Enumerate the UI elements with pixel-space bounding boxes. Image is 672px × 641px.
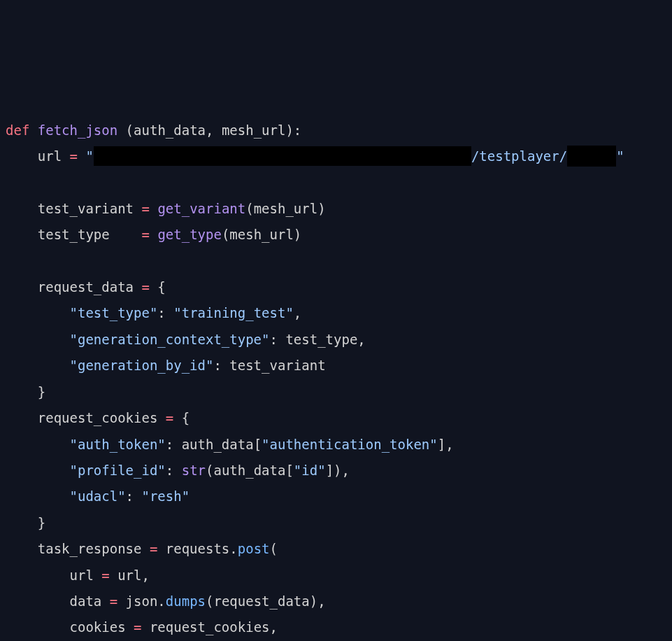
comma: , <box>206 122 222 138</box>
get-variant-call: get_variant <box>157 201 245 216</box>
test-variant-lhs: test_variant <box>6 201 141 216</box>
kwarg-cookies: cookies <box>6 619 134 635</box>
comma: , <box>294 305 301 320</box>
space <box>150 201 157 216</box>
requests: requests. <box>157 541 237 556</box>
val-test-type: : test_type, <box>270 332 366 347</box>
params-close: ): <box>285 122 301 138</box>
keyword-def: def <box>6 122 29 138</box>
val-test-variant: : test_variant <box>213 358 325 373</box>
val-training-test: "training_test" <box>173 305 294 320</box>
colon: : <box>166 463 182 478</box>
str-call: str <box>182 463 206 478</box>
val-resh: "resh" <box>141 488 190 504</box>
eq: = <box>134 619 141 635</box>
kwarg-url: url <box>6 568 101 583</box>
colon: : <box>157 305 173 320</box>
params-open: ( <box>117 122 134 138</box>
eq: = <box>110 593 117 609</box>
space <box>150 227 157 242</box>
close: ]), <box>326 463 350 478</box>
space <box>78 148 85 164</box>
post-method: post <box>238 541 270 556</box>
test-type-lhs: test_type <box>6 227 141 242</box>
key-profile-id: "profile_id" <box>70 463 166 478</box>
redacted-block-2 <box>567 146 616 167</box>
request-data-lhs: request_data <box>6 279 141 295</box>
indent <box>6 463 70 478</box>
url-val: url, <box>110 568 150 583</box>
indent <box>6 305 70 320</box>
param-auth: auth_data <box>134 122 206 138</box>
brace-open: { <box>150 279 166 295</box>
indent <box>6 358 70 373</box>
args: (mesh_url) <box>222 227 301 242</box>
redacted-block-1 <box>94 146 471 166</box>
auth-data-open: : auth_data[ <box>166 437 262 452</box>
quote-close: " <box>616 148 624 164</box>
eq: = <box>166 410 173 425</box>
task-response-lhs: task_response <box>6 541 150 556</box>
get-type-call: get_type <box>157 227 222 242</box>
eq: = <box>150 541 157 556</box>
request-cookies-lhs: request_cookies <box>6 410 166 425</box>
paren-open: ( <box>270 541 278 556</box>
brace-open: { <box>173 410 190 425</box>
json-mod: json. <box>117 593 166 609</box>
code-block: def fetch_json (auth_data, mesh_url): ur… <box>0 105 672 641</box>
indent <box>6 437 70 452</box>
key-test-type: "test_type" <box>70 305 158 320</box>
eq: = <box>141 201 149 216</box>
key-auth-token: "auth_token" <box>70 437 166 452</box>
quote-open: " <box>85 148 93 164</box>
args: (mesh_url) <box>245 201 325 216</box>
param-mesh: mesh_url <box>222 122 286 138</box>
kwarg-data: data <box>6 593 110 609</box>
url-mid: /testplayer/ <box>471 148 567 164</box>
indent <box>6 488 70 504</box>
key-udacl: "udacl" <box>70 488 126 504</box>
url-lhs: url <box>6 148 70 164</box>
func-name: fetch_json <box>38 122 117 138</box>
brace-close: } <box>6 384 45 400</box>
space <box>29 122 37 138</box>
eq: = <box>141 279 149 295</box>
open: (auth_data[ <box>206 463 294 478</box>
key-gen-context: "generation_context_type" <box>70 332 270 347</box>
key-gen-by-id: "generation_by_id" <box>70 358 214 373</box>
close: ], <box>438 437 454 452</box>
eq: = <box>101 568 109 583</box>
dumps-args: (request_data), <box>206 593 326 609</box>
dumps-method: dumps <box>166 593 206 609</box>
cookies-val: request_cookies, <box>141 619 277 635</box>
indent <box>6 332 70 347</box>
eq: = <box>70 148 78 164</box>
colon: : <box>126 488 142 504</box>
eq: = <box>141 227 149 242</box>
brace-close: } <box>6 515 45 530</box>
key-authentication-token: "authentication_token" <box>262 437 438 452</box>
key-id: "id" <box>294 463 326 478</box>
